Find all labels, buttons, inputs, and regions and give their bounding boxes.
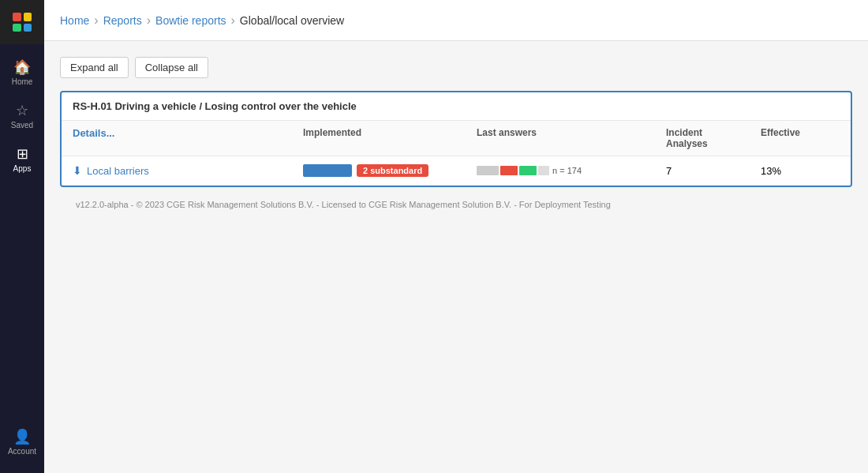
content-area: Expand all Collapse all RS-H.01 Driving …	[44, 41, 868, 473]
sidebar-item-saved[interactable]: ☆ Saved	[0, 94, 44, 137]
last-answers-label: n = 174	[552, 166, 582, 175]
sidebar-bottom: 👤 Account	[8, 420, 36, 473]
breadcrumb-home[interactable]: Home	[60, 14, 89, 27]
implemented-bar-segment	[303, 164, 352, 177]
table-section: Details... Implemented Last answers Inci…	[62, 121, 851, 186]
la-seg-red	[500, 166, 518, 175]
app-logo	[0, 0, 44, 44]
saved-icon: ☆	[16, 102, 28, 119]
sidebar-item-home-label: Home	[12, 77, 33, 86]
effective-cell: 13%	[761, 165, 840, 177]
sidebar: 🏠 Home ☆ Saved ⊞ Apps 👤 Account	[0, 0, 44, 473]
account-icon: 👤	[13, 428, 31, 445]
logo-cell-red	[13, 13, 21, 21]
toolbar: Expand all Collapse all	[60, 57, 852, 78]
logo-cell-green	[13, 24, 21, 32]
sidebar-nav: 🏠 Home ☆ Saved ⊞ Apps	[0, 44, 44, 420]
breadcrumb: Home › Reports › Bowtie reports › Global…	[60, 13, 344, 28]
breadcrumb-reports[interactable]: Reports	[103, 14, 142, 27]
last-answers-bars	[477, 166, 549, 175]
logo-grid	[13, 13, 32, 32]
local-barriers-link[interactable]: Local barriers	[87, 165, 149, 177]
last-answers-cell: n = 174	[477, 166, 666, 175]
la-seg-gray	[477, 166, 499, 175]
download-icon: ⬇	[73, 164, 82, 177]
breadcrumb-sep-1: ›	[94, 13, 98, 28]
col-header-name: Details...	[73, 127, 303, 149]
sidebar-item-apps[interactable]: ⊞ Apps	[0, 137, 44, 181]
footer: v12.2.0-alpha - © 2023 CGE Risk Manageme…	[60, 187, 852, 222]
implemented-cell: 2 substandard	[303, 164, 477, 177]
breadcrumb-sep-2: ›	[147, 13, 151, 28]
logo-cell-yellow	[24, 13, 32, 21]
details-link[interactable]: Details...	[73, 127, 114, 139]
col-header-incident-analyses: Incident Analyses	[666, 127, 761, 149]
table-header-row: Details... Implemented Last answers Inci…	[62, 121, 851, 156]
collapse-all-button[interactable]: Collapse all	[135, 57, 208, 78]
sidebar-item-home[interactable]: 🏠 Home	[0, 51, 44, 94]
la-seg-green	[519, 166, 537, 175]
la-seg-lightgray	[538, 166, 549, 175]
breadcrumb-sep-3: ›	[231, 13, 235, 28]
sidebar-item-saved-label: Saved	[11, 121, 33, 130]
footer-text: v12.2.0-alpha - © 2023 CGE Risk Manageme…	[76, 200, 611, 209]
incident-analyses-cell: 7	[666, 165, 761, 177]
sidebar-item-account-label: Account	[8, 447, 36, 456]
sidebar-item-apps-label: Apps	[13, 164, 32, 173]
main-content: Home › Reports › Bowtie reports › Global…	[44, 0, 868, 473]
logo-cell-blue	[24, 24, 32, 32]
breadcrumb-current: Global/local overview	[240, 14, 344, 27]
substandard-badge: 2 substandard	[357, 164, 428, 177]
apps-icon: ⊞	[17, 145, 28, 163]
header: Home › Reports › Bowtie reports › Global…	[44, 0, 868, 41]
col-header-last-answers: Last answers	[477, 127, 666, 149]
bowtie-card: RS-H.01 Driving a vehicle / Losing contr…	[60, 91, 852, 187]
barrier-cell: ⬇ Local barriers	[73, 164, 303, 177]
breadcrumb-bowtie[interactable]: Bowtie reports	[155, 14, 226, 27]
sidebar-item-account[interactable]: 👤 Account	[8, 420, 36, 464]
col-header-implemented: Implemented	[303, 127, 477, 149]
expand-all-button[interactable]: Expand all	[60, 57, 129, 78]
col-header-effective: Effective	[761, 127, 840, 149]
card-title: RS-H.01 Driving a vehicle / Losing contr…	[62, 92, 851, 121]
home-icon: 🏠	[13, 58, 31, 76]
table-row: ⬇ Local barriers 2 substandard	[62, 156, 851, 186]
